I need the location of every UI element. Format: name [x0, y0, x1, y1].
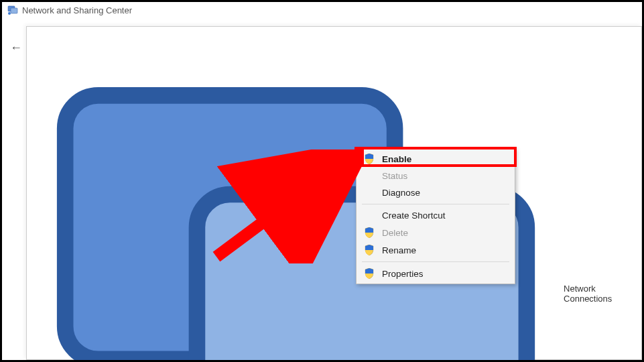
ctx-diagnose[interactable]: Diagnose: [357, 184, 515, 201]
shield-icon: [363, 154, 375, 164]
parent-window-title: Network and Sharing Center: [22, 5, 132, 15]
ctx-diagnose-label: Diagnose: [382, 188, 420, 198]
ctx-separator: [362, 261, 509, 262]
ctx-status-label: Status: [382, 171, 407, 181]
ctx-properties-label: Properties: [382, 269, 424, 279]
shield-icon: [363, 268, 375, 279]
ctx-rename-label: Rename: [382, 245, 416, 255]
inner-window-titlebar: Network Connections: [27, 27, 641, 362]
ctx-separator: [362, 204, 509, 204]
ctx-enable-label: Enable: [382, 154, 411, 164]
ctx-create-shortcut[interactable]: Create Shortcut: [357, 207, 515, 224]
context-menu: Enable Status Diagnose Create Shortcut D…: [356, 148, 515, 284]
ctx-enable[interactable]: Enable: [357, 150, 515, 168]
ctx-shortcut-label: Create Shortcut: [382, 210, 446, 221]
ctx-delete: Delete: [357, 224, 515, 241]
network-connections-window: Network Connections ← → ▾ ↑ › Control Pa…: [26, 26, 642, 360]
inner-window-title: Network Connections: [564, 284, 636, 304]
global-back-arrow-icon[interactable]: ←: [10, 41, 22, 55]
ctx-rename[interactable]: Rename: [357, 241, 515, 259]
network-sharing-icon: [7, 5, 18, 15]
shield-icon: [363, 227, 375, 238]
ctx-status: Status: [357, 168, 515, 184]
ctx-properties[interactable]: Properties: [357, 265, 515, 282]
ctx-delete-label: Delete: [382, 228, 408, 238]
shield-icon: [363, 245, 375, 255]
parent-window-titlebar: Network and Sharing Center: [2, 2, 642, 18]
